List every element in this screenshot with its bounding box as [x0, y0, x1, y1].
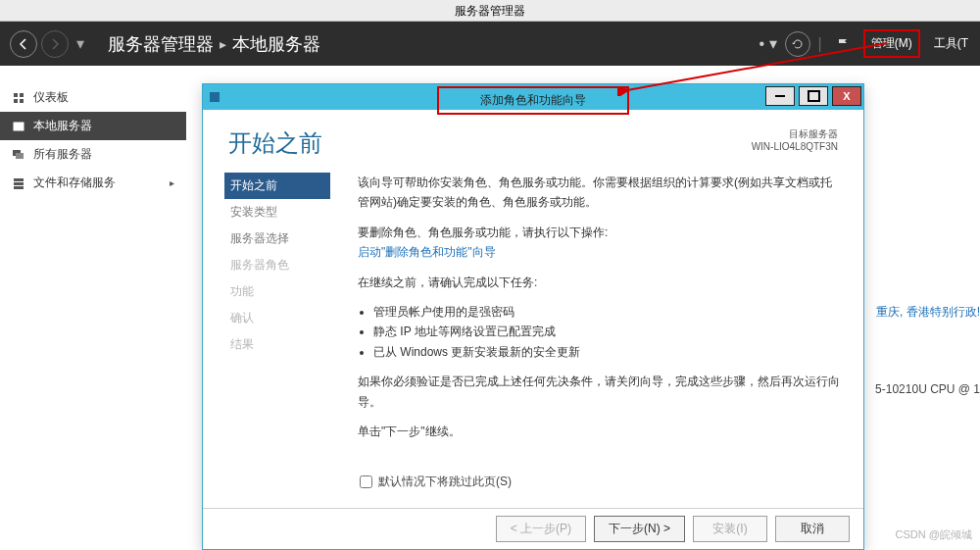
para-next: 单击"下一步"继续。: [358, 422, 842, 441]
sidebar-item-file-storage[interactable]: 文件和存储服务 ▸: [0, 169, 186, 197]
flag-button[interactable]: [830, 31, 856, 57]
sidebar-item-all-servers[interactable]: 所有服务器: [0, 140, 186, 169]
skip-page-checkbox-label[interactable]: 默认情况下将跳过此页(S): [360, 474, 512, 490]
server-icon: [12, 120, 25, 133]
arrow-right-icon: [49, 38, 61, 50]
breadcrumb-separator-icon: ▸: [220, 36, 226, 52]
dash-dropdown-icon[interactable]: • ▾: [759, 34, 776, 53]
skip-page-text: 默认情况下将跳过此页(S): [378, 474, 512, 490]
wizard-nav: 开始之前 安装类型 服务器选择 服务器角色 功能 确认 结果: [203, 167, 330, 500]
header-actions: • ▾ | 管理(M) 工具(T: [759, 22, 980, 66]
nav-dropdown-icon[interactable]: ▾: [76, 34, 84, 53]
sidebar: 仪表板 本地服务器 所有服务器 文件和存储服务 ▸: [0, 83, 186, 197]
wizard-step-type[interactable]: 安装类型: [224, 199, 330, 225]
para-remove-prefix: 要删除角色、角色服务或功能，请执行以下操作:: [358, 225, 608, 239]
flag-icon: [836, 37, 850, 51]
svg-rect-6: [16, 153, 24, 159]
wizard-step-features: 功能: [224, 278, 330, 305]
forward-button[interactable]: [41, 30, 69, 58]
back-button[interactable]: [10, 30, 37, 58]
outer-title-bar: 服务器管理器: [0, 0, 980, 22]
breadcrumb-root[interactable]: 服务器管理器: [108, 32, 214, 56]
breadcrumb: 服务器管理器 ▸ 本地服务器: [108, 32, 320, 56]
prev-button: < 上一步(P): [496, 516, 586, 542]
prereq-list: 管理员帐户使用的是强密码 静态 IP 地址等网络设置已配置完成 已从 Windo…: [358, 302, 842, 362]
wizard-footer: < 上一步(P) 下一步(N) > 安装(I) 取消: [203, 508, 863, 549]
wizard-step-confirm: 确认: [224, 305, 330, 331]
svg-rect-3: [20, 99, 24, 103]
prereq-item: 静态 IP 地址等网络设置已配置完成: [373, 322, 842, 341]
svg-rect-9: [14, 186, 24, 189]
target-server-label: 目标服务器: [752, 127, 838, 140]
wizard-title: 添加角色和功能向导: [437, 86, 629, 115]
install-button: 安装(I): [693, 516, 767, 542]
minimize-button[interactable]: [765, 86, 795, 106]
wizard-content: 该向导可帮助你安装角色、角色服务或功能。你需要根据组织的计算要求(例如共享文档或…: [330, 167, 863, 500]
svg-rect-10: [210, 92, 220, 102]
refresh-button[interactable]: [785, 31, 810, 57]
wizard-step-roles: 服务器角色: [224, 252, 330, 278]
app-title: 服务器管理器: [455, 4, 525, 18]
svg-rect-1: [20, 93, 24, 97]
servers-icon: [12, 148, 25, 162]
cancel-button[interactable]: 取消: [775, 516, 850, 542]
manage-menu[interactable]: 管理(M): [863, 29, 920, 58]
tools-menu[interactable]: 工具(T: [928, 31, 974, 56]
header-bar: ▾ 服务器管理器 ▸ 本地服务器 • ▾ | 管理(M) 工具(T: [0, 22, 980, 66]
chevron-right-icon: ▸: [170, 177, 174, 188]
svg-rect-2: [14, 99, 18, 103]
sidebar-item-label: 文件和存储服务: [33, 175, 116, 191]
main-body: 仪表板 本地服务器 所有服务器 文件和存储服务 ▸ 重庆, 香港特别行政! 5-…: [0, 66, 980, 550]
wizard-step-server[interactable]: 服务器选择: [224, 225, 330, 252]
sidebar-item-label: 本地服务器: [33, 118, 92, 134]
arrow-left-icon: [18, 38, 29, 50]
close-button[interactable]: X: [832, 86, 861, 106]
breadcrumb-current[interactable]: 本地服务器: [232, 32, 320, 56]
sidebar-item-dashboard[interactable]: 仪表板: [0, 83, 186, 112]
wizard-icon: [203, 90, 226, 104]
wizard-step-results: 结果: [224, 331, 330, 358]
prereq-item: 已从 Windows 更新安装最新的安全更新: [373, 342, 842, 362]
para-verify: 如果你必须验证是否已完成上述任何先决条件，请关闭向导，完成这些步骤，然后再次运行…: [358, 372, 842, 412]
skip-page-checkbox[interactable]: [360, 475, 372, 488]
sidebar-item-local-server[interactable]: 本地服务器: [0, 112, 186, 140]
wizard-title-bar[interactable]: 添加角色和功能向导 X: [203, 84, 863, 110]
next-button[interactable]: 下一步(N) >: [594, 516, 685, 542]
svg-rect-0: [14, 93, 18, 97]
svg-rect-7: [14, 178, 24, 181]
svg-rect-4: [14, 123, 24, 130]
remove-wizard-link[interactable]: 启动"删除角色和功能"向导: [358, 245, 496, 259]
para-intro: 该向导可帮助你安装角色、角色服务或功能。你需要根据组织的计算要求(例如共享文档或…: [358, 173, 842, 213]
add-roles-wizard: 添加角色和功能向导 X 开始之前 目标服务器 WIN-LIO4L8QTF3N 开…: [202, 83, 864, 550]
header-separator: |: [818, 35, 822, 53]
storage-icon: [12, 176, 25, 190]
maximize-button[interactable]: [799, 86, 828, 106]
watermark: CSDN @皖倾城: [896, 527, 972, 542]
target-server-name: WIN-LIO4L8QTF3N: [752, 140, 838, 153]
wizard-step-before[interactable]: 开始之前: [224, 173, 330, 199]
wizard-heading: 开始之前: [228, 127, 322, 159]
target-server-info: 目标服务器 WIN-LIO4L8QTF3N: [752, 127, 838, 153]
prereq-item: 管理员帐户使用的是强密码: [373, 302, 842, 322]
svg-rect-8: [14, 182, 24, 185]
dashboard-icon: [12, 91, 25, 105]
bg-hint-location: 重庆, 香港特别行政!: [876, 304, 980, 321]
sidebar-item-label: 所有服务器: [33, 146, 92, 163]
para-confirm: 在继续之前，请确认完成以下任务:: [358, 273, 842, 292]
refresh-icon: [791, 37, 805, 51]
bg-hint-cpu: 5-10210U CPU @ 1: [875, 382, 980, 396]
sidebar-item-label: 仪表板: [33, 89, 69, 106]
